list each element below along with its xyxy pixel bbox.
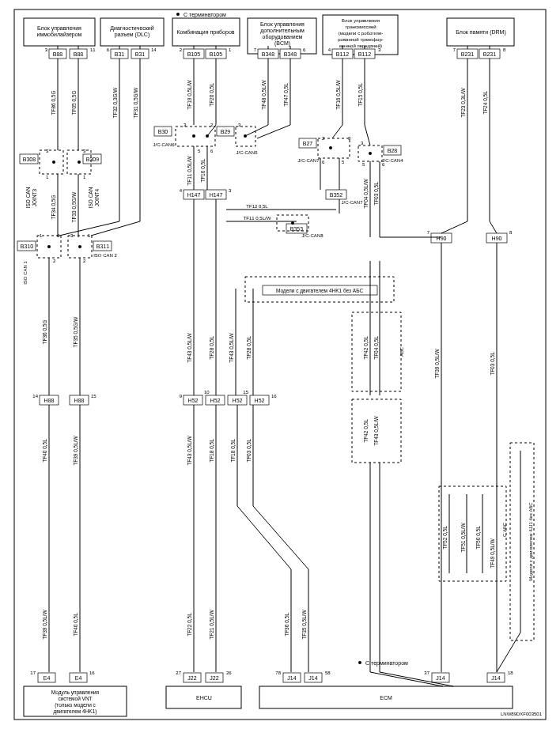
- svg-text:TF33 0,5G/W: TF33 0,5G/W: [71, 191, 77, 223]
- svg-text:TF43 0,5L/W: TF43 0,5L/W: [187, 332, 192, 362]
- svg-text:Диагностическийразъем (DLC): Диагностическийразъем (DLC): [110, 25, 153, 38]
- svg-text:H52: H52: [210, 398, 221, 403]
- svg-text:10: 10: [204, 390, 210, 395]
- terminator-top-label: С терминатором: [184, 12, 226, 18]
- terminator-bottom-label: С терминатором: [365, 660, 408, 667]
- svg-text:TF51 0,5L/W: TF51 0,5L/W: [460, 522, 466, 552]
- svg-text:TF18 0,5L: TF18 0,5L: [209, 439, 214, 463]
- svg-text:TF35 0,5G/W: TF35 0,5G/W: [73, 316, 78, 348]
- svg-text:J/C-CAN4: J/C-CAN4: [381, 158, 403, 163]
- svg-text:J/C-CAN6: J/C-CAN6: [153, 142, 175, 147]
- svg-point-168: [291, 221, 294, 225]
- svg-text:J14: J14: [308, 675, 317, 681]
- svg-text:18: 18: [508, 670, 513, 675]
- svg-point-93: [78, 161, 81, 164]
- svg-text:TF28 0,5L: TF28 0,5L: [246, 336, 252, 360]
- svg-text:H90: H90: [492, 236, 502, 241]
- svg-text:TF22 0,5L: TF22 0,5L: [187, 613, 192, 636]
- svg-text:Модуль управлениясистемой VNT(: Модуль управлениясистемой VNT(только мод…: [51, 689, 100, 715]
- svg-text:17: 17: [30, 670, 36, 675]
- svg-text:J/C-CAN5: J/C-CAN5: [236, 150, 258, 155]
- module-drm: Блок памяти (DRM): [447, 18, 514, 46]
- svg-text:TF11 0,5L/W: TF11 0,5L/W: [187, 155, 192, 185]
- svg-point-130: [369, 152, 372, 155]
- svg-text:H88: H88: [74, 398, 85, 403]
- module-diag: Диагностическийразъем (DLC): [100, 18, 164, 46]
- svg-text:TF43 0,5L/W: TF43 0,5L/W: [373, 415, 379, 445]
- svg-text:J14: J14: [436, 675, 445, 681]
- svg-text:TF49 0,5L/W: TF49 0,5L/W: [490, 538, 495, 568]
- svg-text:B231: B231: [483, 51, 496, 57]
- svg-text:TF86 0,5G: TF86 0,5G: [51, 90, 56, 115]
- svg-text:B112: B112: [336, 51, 349, 57]
- svg-text:TF42 0,5L: TF42 0,5L: [363, 336, 369, 360]
- svg-text:B28: B28: [388, 148, 398, 153]
- svg-text:B88: B88: [74, 51, 84, 57]
- svg-text:B112: B112: [358, 51, 371, 57]
- svg-text:B31: B31: [115, 51, 125, 57]
- svg-text:TF28 0,5L: TF28 0,5L: [209, 336, 214, 360]
- svg-text:J/C-CAN7: J/C-CAN7: [341, 200, 363, 205]
- svg-text:H147: H147: [187, 192, 201, 198]
- svg-text:Модели с двигателем 4HK1 без А: Модели с двигателем 4HK1 без АБС: [276, 288, 364, 294]
- frame: [14, 9, 546, 720]
- svg-text:TF15 0,5L: TF15 0,5L: [358, 83, 363, 107]
- svg-text:16: 16: [89, 670, 95, 675]
- svg-text:58: 58: [325, 670, 331, 675]
- doc-id: LNW89DXF003501: [501, 712, 543, 716]
- svg-text:26: 26: [226, 670, 232, 675]
- svg-text:TF40 0,5L: TF40 0,5L: [73, 613, 78, 636]
- svg-text:B308: B308: [23, 157, 36, 162]
- svg-text:TF16 0,5L/W: TF16 0,5L/W: [335, 79, 341, 109]
- svg-text:TF42 0,5L: TF42 0,5L: [363, 419, 369, 443]
- svg-text:E4: E4: [75, 675, 82, 681]
- svg-text:TF48 0,5L/W: TF48 0,5L/W: [261, 79, 267, 109]
- svg-text:TF10 0,5L: TF10 0,5L: [200, 159, 206, 183]
- svg-text:J/C-CAN8: J/C-CAN8: [301, 233, 324, 238]
- svg-text:J22: J22: [210, 675, 218, 681]
- svg-text:TF23 0,3L/W: TF23 0,3L/W: [460, 87, 466, 117]
- svg-text:TF36 0,5G: TF36 0,5G: [42, 319, 47, 344]
- svg-point-111: [192, 134, 195, 138]
- wiring-diagram: LNW89DXF003501 Блок управленияиммобилайз…: [0, 0, 560, 729]
- svg-text:С АБС: С АБС: [502, 522, 507, 537]
- svg-text:Блок управлениятрансмиссией(мо: Блок управлениятрансмиссией(модели с роб…: [338, 18, 383, 48]
- svg-text:H52: H52: [188, 398, 199, 403]
- svg-text:B310: B310: [21, 244, 33, 249]
- svg-text:B348: B348: [262, 51, 274, 57]
- svg-text:15: 15: [91, 394, 96, 398]
- svg-text:TF35 0,5L/W: TF35 0,5L/W: [301, 609, 307, 639]
- svg-text:B348: B348: [284, 51, 297, 57]
- svg-text:78: 78: [275, 670, 281, 675]
- svg-text:11: 11: [90, 47, 96, 52]
- svg-text:TF04 0,5L: TF04 0,5L: [373, 336, 379, 360]
- svg-text:Блок управленияиммобилайзером: Блок управленияиммобилайзером: [37, 25, 82, 38]
- svg-text:TF21 0,5L/W: TF21 0,5L/W: [209, 609, 214, 639]
- svg-text:ISO CANJOINT4: ISO CANJOINT4: [88, 187, 100, 208]
- svg-text:TF36 0,5L: TF36 0,5L: [284, 613, 289, 636]
- svg-point-12: [176, 13, 180, 16]
- svg-text:ISO CAN 2: ISO CAN 2: [93, 253, 117, 258]
- svg-text:TF52 0,5L: TF52 0,5L: [442, 526, 448, 550]
- svg-text:B311: B311: [96, 244, 109, 249]
- svg-point-124: [329, 146, 332, 149]
- svg-text:TF34 0,5G: TF34 0,5G: [51, 195, 56, 219]
- svg-text:TF03 0,5L: TF03 0,5L: [490, 352, 495, 376]
- svg-text:B352: B352: [330, 192, 342, 198]
- svg-text:27: 27: [176, 670, 181, 675]
- svg-text:14: 14: [32, 394, 38, 398]
- svg-point-88: [52, 161, 55, 164]
- svg-text:TF12 0,5L: TF12 0,5L: [246, 204, 268, 209]
- svg-text:TF19 0,5L/W: TF19 0,5L/W: [187, 79, 192, 109]
- svg-text:B30: B30: [158, 129, 168, 134]
- svg-text:B27: B27: [303, 141, 313, 146]
- svg-text:B105: B105: [210, 51, 222, 57]
- module-vnt: Модуль управлениясистемой VNT(только мод…: [24, 686, 127, 716]
- module-ecm: ECM: [259, 686, 513, 708]
- svg-text:Блок памяти (DRM): Блок памяти (DRM): [456, 29, 506, 36]
- svg-text:TF39 0,5L/W: TF39 0,5L/W: [73, 435, 78, 465]
- svg-text:H147: H147: [210, 192, 223, 198]
- svg-text:B105: B105: [187, 51, 200, 57]
- svg-text:37: 37: [424, 670, 429, 675]
- svg-text:B231: B231: [461, 51, 474, 57]
